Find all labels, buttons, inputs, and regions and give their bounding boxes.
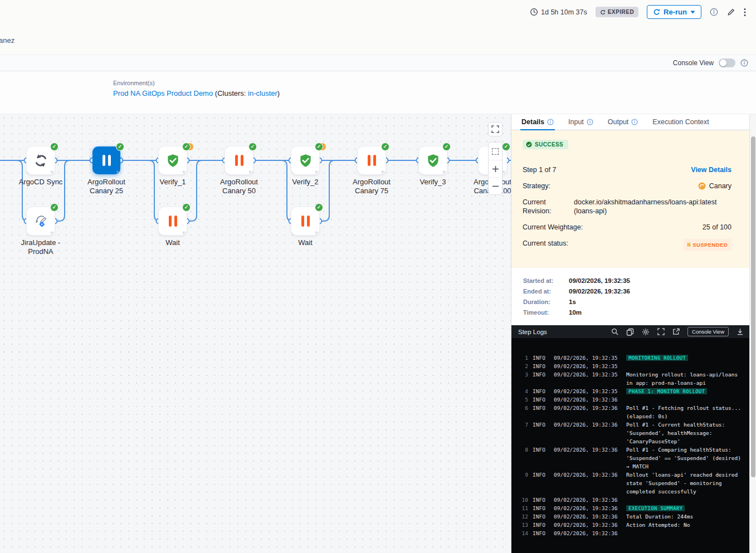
success-badge: ✓ xyxy=(315,203,323,212)
timing-row: Duration:1s xyxy=(523,298,749,305)
node-label: Wait xyxy=(142,238,204,247)
node-code-icon: ‹/› xyxy=(182,231,184,234)
shield-check-icon xyxy=(298,153,313,168)
revision-label: Current Revision: xyxy=(523,198,574,216)
step-indicator: Step 1 of 7 xyxy=(523,165,556,174)
tab-details[interactable]: Details xyxy=(521,114,554,130)
log-search-icon[interactable] xyxy=(611,328,618,335)
node-verify-1[interactable]: ✓‹/›Verify_1 xyxy=(159,146,187,174)
info-icon xyxy=(587,119,593,125)
fullscreen-icon xyxy=(491,125,499,133)
success-badge: ✓ xyxy=(116,143,124,151)
rerun-button[interactable]: Re-run xyxy=(647,5,701,19)
success-badge: ✓ xyxy=(50,143,58,151)
view-details-link[interactable]: View Details xyxy=(691,165,731,174)
node-code-icon: ‹/› xyxy=(248,170,251,174)
node-verify-2[interactable]: ✓‹/›Verify_2 xyxy=(291,146,319,174)
rerun-refresh-icon xyxy=(653,8,660,16)
node-label: ArgoCD Sync xyxy=(9,178,72,187)
success-badge: ✓ xyxy=(182,143,191,151)
node-argocd-sync[interactable]: ✓‹/›ArgoCD Sync xyxy=(27,146,55,174)
cluster-link[interactable]: in-cluster xyxy=(248,89,277,97)
node-verify-3[interactable]: ✓‹/›Verify_3 xyxy=(419,146,447,174)
view-toolbar: Console View xyxy=(0,55,756,71)
node-argorollout-canary-75[interactable]: ✓‹/›ArgoRollout Canary 75 xyxy=(358,146,386,174)
details-tabs: DetailsInputOutputExecution Context xyxy=(511,114,749,130)
log-console-view-button[interactable]: Console View xyxy=(687,327,729,336)
log-line: 1INFO09/02/2026, 19:32:35MONITORING ROLL… xyxy=(518,354,747,362)
log-open-external-icon[interactable] xyxy=(672,328,680,335)
log-line: 9INFO09/02/2026, 19:32:36Rollout 'loans-… xyxy=(518,471,747,496)
environment-label: Environment(s) xyxy=(113,80,756,86)
log-line: 7INFO09/02/2026, 19:32:36Poll #1 - Curre… xyxy=(518,420,747,446)
timing-row: Ended at:09/02/2026, 19:32:36 xyxy=(523,288,749,295)
scrollbar-thumb[interactable] xyxy=(751,136,755,477)
shield-check-icon xyxy=(426,153,441,168)
pause-icon xyxy=(103,155,111,166)
pipeline-canvas[interactable]: ✓‹/›ArgoCD Sync✓‹/›ArgoRollout Canary 25… xyxy=(0,114,511,553)
minus-icon xyxy=(492,183,499,190)
step-details-panel: DetailsInputOutputExecution Context SUCC… xyxy=(511,114,749,553)
kebab-menu-icon[interactable] xyxy=(744,8,746,17)
tab-input[interactable]: Input xyxy=(568,114,593,130)
info-icon xyxy=(547,119,554,125)
node-code-icon: ‹/› xyxy=(315,231,317,234)
node-label: ArgoRollout Canary 50 xyxy=(208,178,270,195)
info-icon[interactable] xyxy=(710,8,718,16)
pause-icon xyxy=(235,155,243,166)
zoom-out-button[interactable] xyxy=(489,177,502,194)
log-line: 11INFO09/02/2026, 19:32:36EXECUTION SUMM… xyxy=(518,504,747,512)
status-badge: SUCCESS xyxy=(523,140,568,149)
breadcrumb[interactable]: anez xyxy=(0,36,14,45)
timing-section: Started at:09/02/2026, 19:32:35Ended at:… xyxy=(511,268,749,325)
log-line: 14INFO09/02/2026, 19:32:36 xyxy=(518,529,747,537)
log-line: 12INFO09/02/2026, 19:32:36Total Duration… xyxy=(518,512,747,521)
log-line: 6INFO09/02/2026, 19:32:36Poll #1 - Fetch… xyxy=(518,404,747,420)
environment-link[interactable]: Prod NA GitOps Product Demo xyxy=(113,89,213,97)
success-badge: ✓ xyxy=(502,143,510,151)
console-view-toggle[interactable] xyxy=(719,58,735,67)
zoom-in-button[interactable] xyxy=(489,160,502,177)
node-wait-2[interactable]: ✓‹/›Wait xyxy=(291,207,319,235)
expired-badge: EXPIRED xyxy=(596,7,638,17)
node-jiraupdate-prodna[interactable]: ✓‹/›JiraUpdate - ProdNA xyxy=(27,207,55,235)
node-label: Verify_2 xyxy=(274,178,336,187)
success-check-icon xyxy=(526,141,532,148)
environment-value: Prod NA GitOps Product Demo (Clusters: i… xyxy=(113,89,756,97)
success-badge: ✓ xyxy=(50,203,58,212)
log-download-icon[interactable] xyxy=(737,328,744,335)
success-badge: ✓ xyxy=(248,143,257,151)
node-wait-1[interactable]: ✓‹/›Wait xyxy=(159,207,187,235)
node-code-icon: ‹/› xyxy=(50,231,52,234)
pause-icon xyxy=(368,155,376,166)
console-view-label: Console View xyxy=(673,59,714,67)
node-code-icon: ‹/› xyxy=(315,170,317,174)
tab-execution-context[interactable]: Execution Context xyxy=(652,114,709,130)
timing-row: Started at:09/02/2026, 19:32:35 xyxy=(523,277,749,284)
marquee-icon xyxy=(492,148,499,155)
details-tab-content: SUCCESS Step 1 of 7 View Details Strateg… xyxy=(511,130,749,268)
log-settings-icon[interactable] xyxy=(642,328,650,336)
chevron-down-icon xyxy=(690,11,695,14)
shield-check-icon xyxy=(165,153,181,168)
edit-pencil-icon[interactable] xyxy=(726,8,735,17)
log-fullscreen-icon[interactable] xyxy=(657,328,665,335)
suspended-badge: SUSPENDED xyxy=(684,239,731,251)
success-badge: ✓ xyxy=(315,143,323,151)
header-actions: 1d 5h 10m 37s EXPIRED Re-run xyxy=(530,5,746,19)
canvas-zoom-controls xyxy=(488,142,503,195)
info-icon[interactable] xyxy=(740,59,748,67)
canary-icon xyxy=(698,182,706,190)
log-line: 5INFO09/02/2026, 19:32:36 xyxy=(518,395,747,404)
node-argorollout-canary-50[interactable]: ✓‹/›ArgoRollout Canary 50 xyxy=(225,146,253,174)
node-argorollout-canary-25[interactable]: ✓‹/›ArgoRollout Canary 25 xyxy=(92,146,120,174)
canvas-select-button[interactable] xyxy=(489,143,502,160)
environment-section: Environment(s) Prod NA GitOps Product De… xyxy=(0,71,756,114)
weightage-label: Current Weightage: xyxy=(523,223,583,232)
node-code-icon: ‹/› xyxy=(381,170,383,174)
node-label: JiraUpdate - ProdNA xyxy=(9,238,72,256)
step-logs-body[interactable]: 1INFO09/02/2026, 19:32:35MONITORING ROLL… xyxy=(511,338,749,553)
tab-output[interactable]: Output xyxy=(608,114,638,130)
log-copy-icon[interactable] xyxy=(626,328,634,336)
canvas-fullscreen-button[interactable] xyxy=(488,122,503,136)
